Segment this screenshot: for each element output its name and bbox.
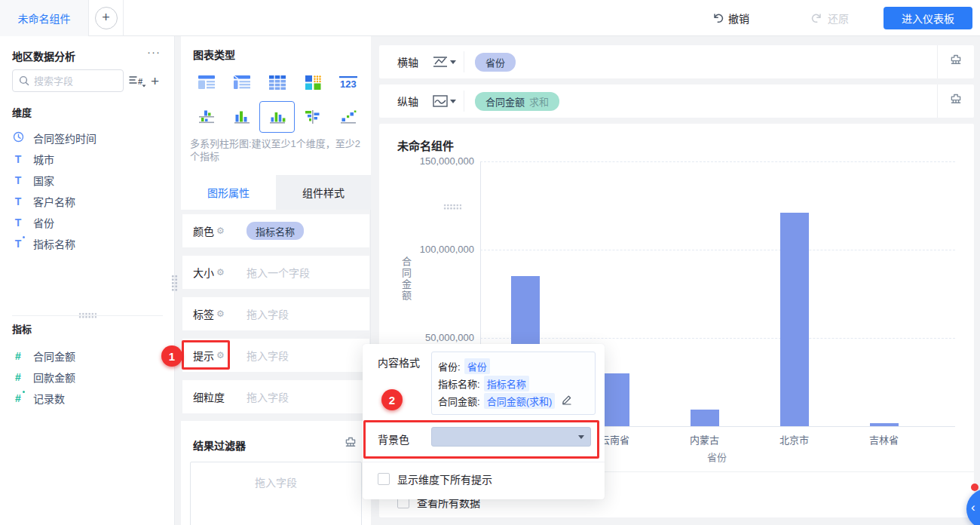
chart-type-table-grid-icon[interactable]	[259, 66, 295, 98]
property-row-size: 大小⚙ 拖入一个字段	[182, 256, 369, 289]
dimension-item[interactable]: T 客户名称	[12, 192, 163, 210]
search-input[interactable]	[34, 75, 109, 87]
y-axis-clear-section	[937, 84, 974, 118]
format-field-tag[interactable]: 指标名称	[484, 376, 529, 391]
color-field-pill[interactable]: 指标名称	[247, 222, 304, 240]
chart-type-kpi-icon[interactable]: 123	[330, 66, 366, 98]
granularity-drop-placeholder[interactable]: 拖入字段	[247, 389, 289, 404]
chart-bar[interactable]	[870, 423, 899, 426]
chart-type-horizontal-bar-icon[interactable]	[295, 101, 330, 133]
dimension-item[interactable]: 合同签约时间	[12, 129, 163, 147]
tab-label: 图形属性	[207, 185, 250, 200]
chart-type-table-info-icon[interactable]	[224, 66, 259, 98]
clear-y-axis-icon[interactable]	[949, 93, 963, 109]
tab-graph-properties[interactable]: 图形属性	[181, 175, 276, 210]
label-drop-placeholder[interactable]: 拖入字段	[247, 306, 289, 321]
chart-type-table-icon[interactable]	[188, 66, 224, 98]
y-axis-field-pill[interactable]: 合同金额 求和	[475, 92, 559, 111]
clear-x-axis-icon[interactable]	[949, 54, 963, 70]
y-axis-tick-label: 150,000,000	[384, 155, 474, 167]
chart-type-bidirectional-bar-icon[interactable]	[188, 101, 224, 133]
notification-dot	[971, 484, 978, 491]
edit-pencil-icon[interactable]	[562, 395, 572, 407]
metric-name: 记录数	[33, 391, 65, 406]
shelf-divider	[464, 51, 464, 72]
annotation-box-background-color	[363, 420, 599, 459]
value-axis-icon	[432, 94, 449, 109]
field-pill-aggregation: 求和	[529, 94, 549, 109]
chart-type-column-icon[interactable]	[224, 101, 259, 133]
filter-drop-zone[interactable]: 拖入字段	[190, 462, 362, 525]
content-format-label: 内容格式	[378, 355, 420, 370]
number-field-icon: #	[12, 350, 24, 362]
dimension-item[interactable]: T 国家	[12, 171, 163, 189]
metric-item[interactable]: # 合同金额	[12, 347, 163, 365]
metric-item[interactable]: # 回款金额	[12, 368, 163, 386]
size-drop-placeholder[interactable]: 拖入一个字段	[247, 265, 310, 280]
tab-label: 组件样式	[302, 185, 345, 200]
component-tab[interactable]: 未命名组件	[0, 0, 89, 36]
redo-button[interactable]: 还原	[811, 0, 849, 36]
dimension-name: 省份	[33, 215, 54, 230]
chart-bar[interactable]	[780, 213, 809, 426]
property-row-label: 标签⚙ 拖入字段	[182, 297, 369, 330]
x-axis-type-dropdown[interactable]	[432, 54, 456, 69]
dimension-item[interactable]: T 指标名称	[12, 235, 163, 253]
show-all-tooltips-label: 显示维度下所有提示	[397, 471, 492, 487]
show-all-tooltips-row: 显示维度下所有提示	[378, 471, 492, 487]
dataset-panel: 地区数据分析 ··· # + 维度 合同签约时间 T 城市 T 国家 T 客户名…	[0, 36, 175, 525]
y-axis-type-dropdown[interactable]	[432, 94, 456, 109]
annotation-badge-1: 1	[161, 345, 182, 367]
dimension-item[interactable]: T 城市	[12, 150, 163, 168]
chart-bar[interactable]	[691, 410, 719, 426]
svg-text:123: 123	[340, 78, 357, 90]
x-axis-field-pill[interactable]: 省份	[475, 53, 516, 72]
enter-dashboard-label: 进入仪表板	[902, 11, 954, 26]
chevron-left-icon: ‹	[971, 500, 975, 515]
x-axis-tick-label: 吉林省	[843, 432, 926, 447]
annotation-box-tooltip	[182, 340, 230, 370]
chart-bar[interactable]	[601, 373, 629, 426]
gear-icon[interactable]: ⚙	[216, 226, 225, 236]
chart-type-scatter-icon[interactable]	[330, 101, 366, 133]
sort-fields-icon[interactable]: #	[129, 75, 147, 91]
chart-type-description: 多系列柱形图:建议至少1个维度，至少2个指标	[190, 137, 365, 163]
format-field-tag[interactable]: 省份	[464, 358, 490, 374]
caret-down-icon	[450, 100, 456, 103]
tooltip-drop-placeholder[interactable]: 拖入字段	[247, 348, 289, 363]
show-all-tooltips-checkbox[interactable]	[378, 473, 390, 485]
metric-item[interactable]: # 记录数	[12, 389, 163, 407]
field-pill-label: 省份	[485, 55, 505, 69]
gear-icon[interactable]: ⚙	[216, 309, 225, 319]
number-field-icon: #	[12, 371, 24, 383]
dimension-item[interactable]: T 省份	[12, 213, 163, 232]
drag-handle[interactable]	[443, 204, 461, 210]
property-label: 颜色	[193, 223, 214, 238]
add-field-button[interactable]: +	[151, 73, 159, 90]
component-tab-label: 未命名组件	[18, 11, 71, 26]
property-label: 标签	[193, 306, 214, 321]
y-axis-shelf: 纵轴 合同金额 求和	[379, 84, 974, 118]
undo-button[interactable]: 撤销	[712, 0, 749, 36]
y-axis-shelf-label: 纵轴	[397, 94, 432, 109]
x-axis-shelf-label: 横轴	[397, 54, 432, 69]
chart-type-quadrant-icon[interactable]	[295, 66, 330, 98]
dataset-more-button[interactable]: ···	[147, 45, 161, 58]
drag-handle[interactable]	[78, 312, 96, 318]
enter-dashboard-button[interactable]: 进入仪表板	[884, 7, 972, 29]
clear-filter-icon[interactable]	[344, 436, 357, 453]
panel-resize-handle[interactable]	[171, 275, 178, 291]
x-axis-tick-label: 内蒙古	[663, 432, 746, 447]
chart-type-title: 图表类型	[193, 47, 235, 62]
format-field-tag[interactable]: 合同金额(求和)	[484, 393, 556, 409]
add-component-button[interactable]: +	[95, 7, 118, 29]
x-axis-tick-label: 北京市	[753, 432, 836, 447]
field-search-box[interactable]	[12, 69, 124, 92]
chart-type-multi-series-column-icon[interactable]	[259, 101, 295, 133]
tab-component-style[interactable]: 组件样式	[276, 175, 371, 210]
gear-icon[interactable]: ⚙	[216, 267, 225, 278]
content-format-box[interactable]: 省份: 省份 指标名称: 指标名称 合同金额: 合同金额(求和)	[431, 352, 596, 415]
x-axis-shelf: 横轴 省份	[379, 45, 974, 78]
metrics-label: 指标	[12, 321, 32, 336]
chart-config-panel: 图表类型 123	[181, 36, 371, 525]
